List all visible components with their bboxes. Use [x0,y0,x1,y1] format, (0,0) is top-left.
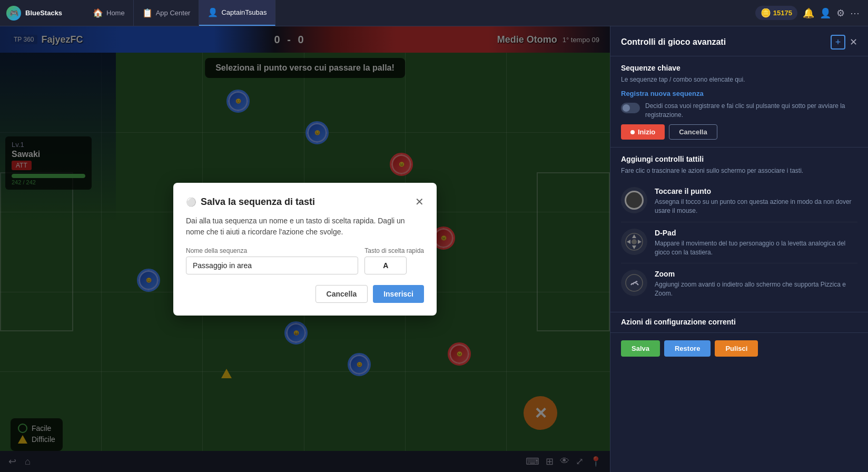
modal-insert-button[interactable]: Inserisci [373,285,424,303]
dpad-desc: Mappare il movimento del tuo personaggio… [655,239,857,257]
toccare-info: Toccare il punto Assegna il tocco su un … [655,187,857,215]
more-icon[interactable]: ⋯ [850,7,860,19]
action-bar: Salva Restore Pulisci [610,332,868,364]
add-sequence-button[interactable]: + [831,35,845,50]
modal-close-button[interactable]: ✕ [415,195,424,208]
restore-button[interactable]: Restore [664,340,711,357]
controlli-section: Aggiungi controlli tattili Fare clic o t… [610,148,868,312]
control-item-toccare: Toccare il punto Assegna il tocco su un … [621,181,857,222]
control-item-zoom: Zoom Aggiungi zoom avanti o indietro all… [621,263,857,304]
account-icon[interactable]: 👤 [820,7,831,19]
brand-name: BlueStacks [25,9,62,17]
bluestacks-icon: 🎮 [6,6,21,21]
tab-appcenter-label: App Center [156,9,191,17]
register-link[interactable]: Registra nuova sequenza [621,90,857,97]
notification-icon[interactable]: 🔔 [803,7,814,19]
coin-badge: 🪙 15175 [755,6,797,20]
modal-title-row: ⚪ Salva la sequenza di tasti [186,196,315,208]
tab-home-label: Home [106,9,125,17]
settings-icon[interactable]: ⚙ [836,7,845,19]
right-panel: Controlli di gioco avanzati + ✕ Sequenze… [610,26,868,472]
cancel-sequence-button[interactable]: Cancella [669,124,717,140]
dpad-name: D-Pad [655,229,857,237]
toccare-icon [621,187,647,213]
sequenze-desc: Le sequenze tap / combo sono elencate qu… [621,75,857,84]
appcenter-icon: 📋 [142,8,153,18]
svg-point-5 [632,239,637,244]
save-config-button[interactable]: Salva [621,340,660,357]
coin-icon: 🪙 [761,8,771,18]
titlebar-right: 🪙 15175 🔔 👤 ⚙ ⋯ [747,6,868,20]
save-sequence-modal: ⚪ Salva la sequenza di tasti ✕ Dai alla … [173,183,437,316]
modal-title: Salva la sequenza di tasti [201,196,315,208]
toggle-row: Decidi cosa vuoi registrare e fai clic s… [621,102,857,120]
tab-game[interactable]: 👤 CaptainTsubas [199,0,275,26]
shortcut-group: Tasto di scelta rapida [364,247,424,274]
toccare-name: Toccare il punto [655,187,857,195]
tab-game-label: CaptainTsubas [221,8,267,16]
tab-home[interactable]: 🏠 Home [84,0,134,26]
sequence-name-label: Nome della sequenza [186,247,358,254]
sequence-btn-row: Inizio Cancella [621,124,857,140]
app-logo: 🎮 BlueStacks [0,6,84,21]
current-actions-title: Azioni di configurazione correnti [621,318,857,326]
modal-header: ⚪ Salva la sequenza di tasti ✕ [186,195,424,208]
controlli-title: Aggiungi controlli tattili [621,155,857,163]
clear-button[interactable]: Pulisci [715,340,758,357]
toggle-desc: Decidi cosa vuoi registrare e fai clic s… [645,102,857,120]
zoom-name: Zoom [655,270,857,278]
sequenze-section: Sequenze chiave Le sequenze tap / combo … [610,56,868,148]
tab-appcenter[interactable]: 📋 App Center [134,0,200,26]
control-item-dpad: D-Pad Mappare il movimento del tuo perso… [621,222,857,264]
modal-body: Dai alla tua sequenza un nome e un tasto… [186,215,424,238]
toggle-slider [621,103,640,113]
modal-icon: ⚪ [186,197,196,207]
sequence-toggle[interactable] [621,103,640,113]
toccare-desc: Assegna il tocco su un punto con questa … [655,198,857,215]
record-dot [630,130,635,134]
main-content: TP 360 FajyezFC 0 - 0 Medie Otomo 1° tem… [0,26,868,472]
game-tab-icon: 👤 [208,7,218,17]
sequence-name-input[interactable] [186,257,358,274]
dpad-info: D-Pad Mappare il movimento del tuo perso… [655,229,857,257]
titlebar: 🎮 BlueStacks 🏠 Home 📋 App Center 👤 Capta… [0,0,868,26]
zoom-desc: Aggiungi zoom avanti o indietro allo sch… [655,280,857,298]
right-panel-title: Controlli di gioco avanzati [621,37,726,47]
modal-cancel-button[interactable]: Cancella [315,285,368,303]
panel-close-button[interactable]: ✕ [850,36,857,48]
dpad-icon [621,229,647,255]
game-area: TP 360 FajyezFC 0 - 0 Medie Otomo 1° tem… [0,26,610,472]
start-button[interactable]: Inizio [621,124,665,140]
modal-fields: Nome della sequenza Tasto di scelta rapi… [186,247,424,274]
zoom-info: Zoom Aggiungi zoom avanti o indietro all… [655,270,857,298]
home-icon: 🏠 [93,8,103,18]
modal-footer: Cancella Inserisci [186,285,424,303]
controlli-desc: Fare clic o trascinare le azioni sullo s… [621,166,857,175]
shortcut-label: Tasto di scelta rapida [364,247,424,254]
sequenze-title: Sequenze chiave [621,64,857,72]
sequence-name-group: Nome della sequenza [186,247,358,274]
zoom-icon [621,270,647,296]
shortcut-input[interactable] [364,257,407,274]
modal-overlay: ⚪ Salva la sequenza di tasti ✕ Dai alla … [0,26,610,472]
right-panel-header: Controlli di gioco avanzati + ✕ [610,26,868,56]
current-actions-section: Azioni di configurazione correnti [610,312,868,332]
coin-value: 15175 [773,9,792,17]
